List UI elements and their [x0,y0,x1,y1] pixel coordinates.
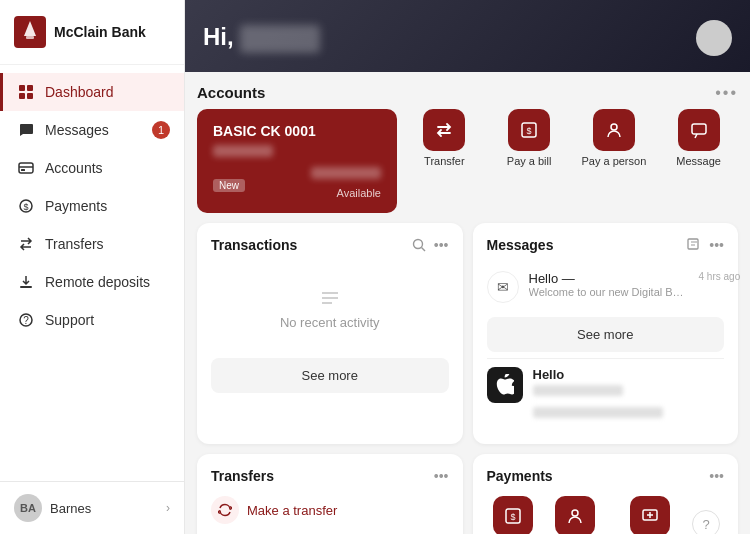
transactions-empty-text: No recent activity [280,315,380,330]
svg-text:$: $ [23,202,28,212]
message-envelope-icon: ✉ [487,271,519,303]
accounts-title: Accounts [197,84,265,101]
sidebar-item-dashboard[interactable]: Dashboard [0,73,184,111]
payments-more-icon[interactable]: ••• [709,468,724,484]
payment-pay-bill[interactable]: $ Pay a bill [490,496,535,534]
transactions-title: Transactions [211,237,297,253]
remote-deposits-icon [17,273,35,291]
chevron-down-icon: › [166,501,170,515]
sidebar-item-label: Support [45,312,94,328]
svg-rect-2 [26,36,34,39]
svg-text:$: $ [510,512,515,522]
svg-point-19 [413,240,422,249]
make-transfer-action[interactable]: Make a transfer [211,496,449,524]
svg-line-20 [421,248,425,252]
header-avatar[interactable] [696,20,732,56]
nav: Dashboard Messages 1 Accounts [0,65,184,481]
account-available-label: Available [311,187,381,199]
messages-header: Messages ••• [487,237,725,253]
main-content: Hi, Accounts ••• BASIC CK 0001 New [185,0,750,534]
messages-title: Messages [487,237,554,253]
quick-action-pay-person[interactable]: Pay a person [575,109,654,213]
message-title: Hello — [529,271,689,286]
payment-pay-person[interactable]: Pay a person [543,496,608,534]
svg-point-33 [572,510,578,516]
payments-actions: $ Pay a bill Pay a person [487,496,725,534]
payments-icon: $ [17,197,35,215]
svg-rect-24 [688,239,698,249]
svg-text:$: $ [527,126,532,136]
message-time: 4 hrs ago [699,271,741,282]
make-transfer-label: Make a transfer [247,503,337,518]
svg-rect-18 [692,124,706,134]
transactions-see-more[interactable]: See more [211,358,449,393]
manage-pay-icon [630,496,670,534]
accounts-more-button[interactable]: ••• [715,85,738,101]
sidebar-item-accounts[interactable]: Accounts [0,149,184,187]
quick-action-label: Message [676,155,721,167]
help-icon[interactable]: ? [692,510,720,534]
user-footer[interactable]: BA Barnes › [0,481,184,534]
message-item[interactable]: ✉ Hello — Welcome to our new Digital Ban… [487,265,725,309]
search-icon[interactable] [412,238,426,252]
messages-card: Messages ••• ✉ Hello — Welco [473,223,739,444]
quick-action-label: Transfer [424,155,465,167]
sidebar-item-support[interactable]: ? Support [0,301,184,339]
accounts-header: Accounts ••• [197,84,738,101]
message-icon [678,109,720,151]
transfers-header: Transfers ••• [211,468,449,484]
logo-icon [14,16,46,48]
payments-card: Payments ••• $ Pay a bill [473,454,739,534]
transactions-actions: ••• [412,237,449,253]
sidebar: McClain Bank Dashboard Messages 1 [0,0,185,534]
sidebar-item-transfers[interactable]: Transfers [0,225,184,263]
pay-person-icon [555,496,595,534]
more-icon[interactable]: ••• [709,237,724,253]
svg-rect-3 [19,85,25,91]
messages-see-more[interactable]: See more [487,317,725,352]
account-card[interactable]: BASIC CK 0001 New Available [197,109,397,213]
svg-rect-9 [21,169,25,171]
svg-rect-5 [19,93,25,99]
quick-action-pay-bill[interactable]: $ Pay a bill [490,109,569,213]
more-icon[interactable]: ••• [434,237,449,253]
transactions-empty: No recent activity [211,265,449,350]
payments-title: Payments [487,468,553,484]
account-number-blurred [213,145,273,157]
app-message[interactable]: Hello [487,358,725,430]
quick-actions: Transfer $ Pay a bill [405,109,738,213]
quick-action-transfer[interactable]: Transfer [405,109,484,213]
apple-icon [487,367,523,403]
main-header: Hi, [185,0,750,72]
svg-rect-12 [20,286,32,288]
sidebar-item-payments[interactable]: $ Payments [0,187,184,225]
quick-action-label: Pay a bill [507,155,552,167]
messages-badge: 1 [152,121,170,139]
list-icon [318,285,342,309]
app-message-blurred [533,407,663,418]
payment-manage[interactable]: Manage pay... [615,496,684,534]
quick-action-message[interactable]: Message [659,109,738,213]
dashboard-body: Accounts ••• BASIC CK 0001 New Available [185,72,750,534]
greeting-text: Hi, [203,23,320,50]
sidebar-item-messages[interactable]: Messages 1 [0,111,184,149]
compose-icon[interactable] [687,238,701,252]
transfers-icon [17,235,35,253]
accounts-row: BASIC CK 0001 New Available [197,109,738,213]
svg-point-17 [611,124,617,130]
app-subtitle-blurred [533,385,623,396]
greeting: Hi, [203,23,320,53]
sidebar-item-label: Payments [45,198,107,214]
transactions-card: Transactions ••• [197,223,463,444]
support-icon: ? [17,311,35,329]
user-name: Barnes [50,501,158,516]
sidebar-item-label: Dashboard [45,84,114,100]
transfers-more-icon[interactable]: ••• [434,468,449,484]
transfers-card: Transfers ••• Make a transfer Scheduled … [197,454,463,534]
transactions-header: Transactions ••• [211,237,449,253]
sidebar-item-remote-deposits[interactable]: Remote deposits [0,263,184,301]
messages-icon [17,121,35,139]
app-name-label: Hello [533,367,663,382]
message-content: Hello — Welcome to our new Digital Banki… [529,271,689,298]
transfers-title: Transfers [211,468,274,484]
